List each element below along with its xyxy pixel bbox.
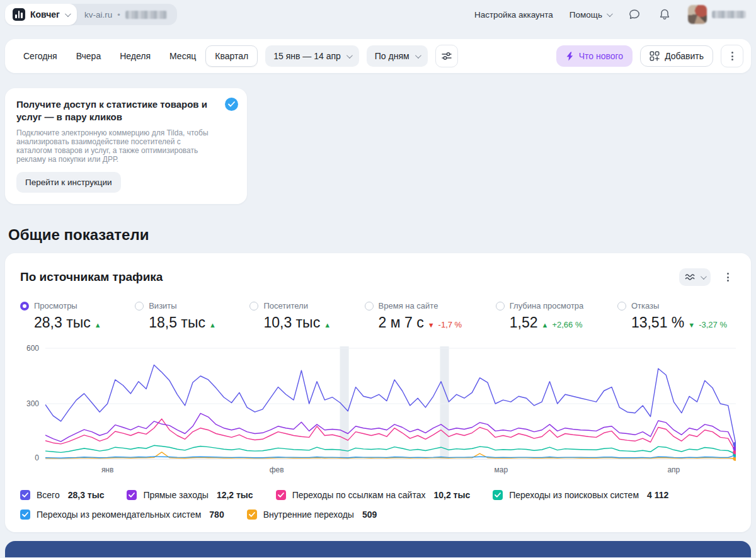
metrica-logo-icon bbox=[13, 8, 25, 21]
legend-value: 28,3 тыс bbox=[68, 490, 105, 500]
lightning-icon bbox=[566, 52, 574, 61]
chart-legend: Всего 28,3 тыс Прямые заходы 12,2 тыс Пе… bbox=[20, 490, 736, 520]
checkbox-checked-icon[interactable] bbox=[493, 490, 503, 500]
legend-item-search[interactable]: Переходы из поисковых систем 4 112 bbox=[493, 490, 668, 500]
granularity-select[interactable]: По дням bbox=[367, 45, 428, 67]
legend-label: Внутренние переходы bbox=[263, 510, 354, 520]
tab-month[interactable]: Месяц bbox=[160, 45, 205, 67]
notifications-bell-icon[interactable] bbox=[658, 8, 672, 21]
chevron-down-icon bbox=[701, 273, 707, 280]
counter-selector[interactable]: Ковчег bbox=[5, 4, 77, 25]
kebab-menu-icon bbox=[727, 273, 729, 282]
chevron-down-icon bbox=[415, 52, 421, 59]
checkbox-checked-icon[interactable] bbox=[276, 490, 286, 500]
y-axis-label: 300 bbox=[26, 399, 39, 408]
segments-filter-button[interactable] bbox=[435, 45, 458, 67]
metric-users[interactable]: Посетители 10,3 тыс▲ bbox=[249, 301, 331, 331]
avatar bbox=[688, 5, 707, 24]
top-bar: Ковчег kv-ai.ru • Настройка аккаунта Пом… bbox=[0, 0, 756, 29]
metric-value: 1,52 bbox=[510, 314, 538, 331]
trend-down-icon: ▼ bbox=[428, 321, 435, 329]
kebab-menu-icon bbox=[731, 52, 733, 60]
account-settings-link[interactable]: Настройка аккаунта bbox=[474, 10, 553, 20]
top-bar-right: Настройка аккаунта Помощь bbox=[474, 5, 746, 24]
chevron-down-icon bbox=[607, 11, 613, 17]
trend-up-icon: ▲ bbox=[542, 321, 549, 329]
metric-label: Время на сайте bbox=[379, 301, 438, 310]
next-widget-peek bbox=[5, 541, 751, 557]
date-range-label: 15 янв — 14 апр bbox=[273, 51, 341, 61]
legend-item-site-links[interactable]: Переходы по ссылкам на сайтах 10,2 тыс bbox=[276, 490, 471, 500]
add-widget-icon bbox=[650, 51, 660, 61]
widget-title: По источникам трафика bbox=[20, 270, 163, 284]
whats-new-label: Что нового bbox=[579, 51, 623, 61]
metric-pageviews[interactable]: Просмотры 28,3 тыс▲ bbox=[20, 301, 101, 331]
whats-new-button[interactable]: Что нового bbox=[556, 45, 633, 67]
metric-selector-row: Просмотры 28,3 тыс▲ Визиты 18,5 тыс▲ Пос… bbox=[20, 301, 736, 331]
add-widget-button[interactable]: Добавить bbox=[640, 45, 713, 67]
radio-icon bbox=[496, 302, 505, 310]
counter-selector-group: Ковчег kv-ai.ru • bbox=[5, 4, 177, 25]
tab-week[interactable]: Неделя bbox=[110, 45, 160, 67]
metric-label: Просмотры bbox=[34, 301, 77, 310]
radio-selected-icon bbox=[20, 302, 29, 310]
toolbar-menu-button[interactable] bbox=[721, 45, 743, 67]
checkbox-checked-icon[interactable] bbox=[20, 490, 30, 500]
trend-up-icon: ▲ bbox=[94, 321, 101, 329]
tab-today[interactable]: Сегодня bbox=[14, 45, 67, 67]
legend-label: Переходы из поисковых систем bbox=[509, 490, 639, 500]
metric-delta: -3,27 % bbox=[699, 320, 727, 329]
radio-icon bbox=[617, 302, 626, 310]
radio-icon bbox=[135, 302, 144, 310]
counter-name: Ковчег bbox=[30, 9, 60, 20]
legend-item-recommendations[interactable]: Переходы из рекомендательных систем 780 bbox=[20, 510, 224, 520]
line-chart-type-icon bbox=[685, 273, 696, 282]
widget-menu-button[interactable] bbox=[719, 266, 736, 288]
user-account[interactable] bbox=[688, 5, 746, 24]
dot-separator: • bbox=[117, 10, 120, 20]
x-axis-label: фев bbox=[270, 465, 284, 474]
legend-item-direct[interactable]: Прямые заходы 12,2 тыс bbox=[127, 490, 253, 500]
metric-value: 2 м 7 с bbox=[379, 314, 424, 331]
metric-visits[interactable]: Визиты 18,5 тыс▲ bbox=[135, 301, 216, 331]
metric-value: 13,51 % bbox=[631, 314, 684, 331]
x-axis-label: мар bbox=[495, 465, 508, 474]
y-axis: 600 300 0 bbox=[20, 346, 45, 461]
legend-value: 509 bbox=[362, 510, 377, 520]
metric-depth[interactable]: Глубина просмотра 1,52▲+2,66 % bbox=[496, 301, 584, 331]
censored-user-name bbox=[712, 11, 746, 18]
x-axis: янв фев мар апр bbox=[45, 461, 736, 475]
tab-yesterday[interactable]: Вчера bbox=[67, 45, 111, 67]
legend-value: 12,2 тыс bbox=[217, 490, 253, 500]
legend-value: 10,2 тыс bbox=[433, 490, 470, 500]
section-title: Общие показатели bbox=[8, 226, 756, 244]
line-chart-plot[interactable] bbox=[45, 346, 736, 461]
checkbox-checked-icon[interactable] bbox=[20, 510, 30, 520]
help-menu[interactable]: Помощь bbox=[570, 10, 611, 20]
trend-up-icon: ▲ bbox=[209, 321, 216, 329]
chat-icon[interactable] bbox=[627, 8, 641, 21]
legend-item-internal[interactable]: Внутренние переходы 509 bbox=[247, 510, 377, 520]
metric-bounce-rate[interactable]: Отказы 13,51 %▼-3,27 % bbox=[617, 301, 727, 331]
promo-title: Получите доступ к статистике товаров и у… bbox=[16, 98, 213, 123]
date-range-picker[interactable]: 15 янв — 14 апр bbox=[265, 45, 359, 67]
legend-label: Прямые заходы bbox=[143, 490, 208, 500]
site-url-link[interactable]: kv-ai.ru bbox=[84, 10, 112, 20]
metric-label: Визиты bbox=[149, 301, 176, 310]
y-axis-label: 0 bbox=[35, 453, 39, 462]
metric-delta: +2,66 % bbox=[552, 320, 582, 329]
help-label: Помощь bbox=[570, 10, 602, 20]
legend-item-total[interactable]: Всего 28,3 тыс bbox=[20, 490, 104, 500]
metric-label: Посетители bbox=[263, 301, 308, 310]
x-axis-label: янв bbox=[101, 465, 114, 474]
trend-down-icon: ▼ bbox=[688, 321, 695, 329]
checkbox-checked-icon[interactable] bbox=[247, 510, 257, 520]
metric-time-on-site[interactable]: Время на сайте 2 м 7 с▼-1,7 % bbox=[365, 301, 462, 331]
promo-instruction-button[interactable]: Перейти к инструкции bbox=[16, 172, 121, 193]
tab-quarter[interactable]: Квартал bbox=[205, 45, 258, 67]
x-axis-label: апр bbox=[667, 465, 680, 474]
radio-icon bbox=[365, 302, 374, 310]
chart-type-select[interactable] bbox=[679, 268, 711, 286]
legend-value: 780 bbox=[209, 510, 224, 520]
checkbox-checked-icon[interactable] bbox=[127, 490, 137, 500]
